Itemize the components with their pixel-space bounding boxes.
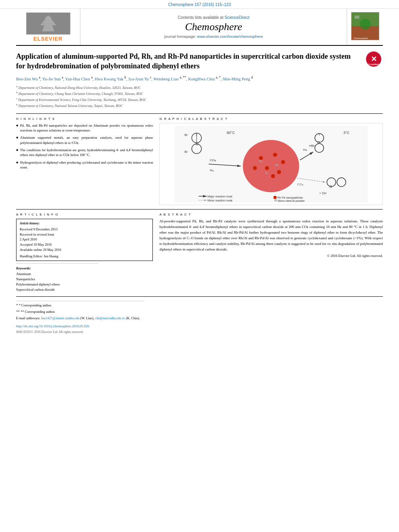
journal-ref-text: Chemosphere 157 (2016) 115–123 bbox=[168, 2, 231, 7]
affiliations-block: a Department of Chemistry, National Dong… bbox=[16, 84, 383, 109]
svg-text:CO₂: CO₂ bbox=[297, 183, 303, 186]
contents-available-text: Contents lists available at ScienceDirec… bbox=[178, 15, 249, 20]
elsevier-animal-image bbox=[26, 12, 70, 35]
svg-point-13 bbox=[259, 156, 263, 160]
svg-point-19 bbox=[271, 174, 275, 178]
svg-text:H₂: H₂ bbox=[303, 148, 307, 152]
svg-text:+ OH: + OH bbox=[319, 191, 327, 195]
corresponding-author-label-2: ** Corresponding author. bbox=[21, 310, 56, 314]
article-history-title: Article history: bbox=[20, 222, 149, 225]
svg-text:O: O bbox=[196, 142, 199, 146]
section-divider-2 bbox=[16, 209, 383, 210]
svg-text:H₂: H₂ bbox=[210, 168, 214, 172]
svg-text:Micro-steel Al powder: Micro-steel Al powder bbox=[278, 199, 305, 202]
handling-editor-label: Handling Editor: bbox=[20, 254, 43, 258]
affiliation-a: a Department of Chemistry, National Dong… bbox=[16, 84, 383, 90]
highlights-graphical-section: H I G H L I G H T S Pd, Rh, and Rh-Pd na… bbox=[16, 117, 383, 205]
journal-cover-thumbnail: Chemosphere bbox=[351, 12, 379, 40]
svg-text:Rh Pd nanoparticles: Rh Pd nanoparticles bbox=[278, 196, 303, 199]
keyword-1: Aluminum bbox=[16, 271, 153, 277]
svg-point-52 bbox=[274, 196, 277, 199]
doi-link[interactable]: http://dx.doi.org/10.1016/j.chemosphere.… bbox=[16, 324, 383, 329]
keywords-title: Keywords: bbox=[16, 266, 153, 270]
journal-banner: ELSEVIER Contents lists available at Sci… bbox=[16, 9, 383, 46]
handling-editor-block: Handling Editor: Jun Huang bbox=[20, 254, 149, 258]
svg-point-18 bbox=[253, 166, 257, 170]
email-chiu-name: (K. Chiu). bbox=[126, 316, 140, 320]
svg-text:80°C: 80°C bbox=[227, 131, 235, 135]
email-chiu[interactable]: ckh@mail.ndhu.edu.tw bbox=[95, 316, 125, 320]
svg-point-5 bbox=[360, 19, 370, 30]
svg-text:HBr: HBr bbox=[309, 144, 315, 148]
elsevier-wordmark: ELSEVIER bbox=[33, 36, 62, 42]
svg-point-12 bbox=[243, 140, 299, 192]
highlight-item-3: The conditions for hydrobromination are … bbox=[16, 148, 153, 158]
svg-text:Br: Br bbox=[185, 133, 188, 137]
highlight-item-4: Hydrogenolysis of diphenyl ether produci… bbox=[16, 160, 153, 170]
abstract-text: Al-powder-supported Pd, Rh, and Rh-Pd ca… bbox=[159, 219, 383, 253]
accepted-date: Accepted 10 May 2016 bbox=[20, 242, 149, 247]
svg-text:Chemosphere: Chemosphere bbox=[353, 37, 368, 39]
crossmark-badge: ✕ CrossMark bbox=[366, 51, 381, 67]
article-title-block: Application of aluminum-supported Pd, Rh… bbox=[16, 51, 383, 71]
svg-point-14 bbox=[273, 153, 277, 157]
svg-text:O: O bbox=[329, 185, 332, 189]
handling-editor-name: Jun Huang bbox=[44, 254, 59, 258]
received-date: Received 9 December 2015 bbox=[20, 227, 149, 232]
sciencedirect-link[interactable]: ScienceDirect bbox=[224, 15, 249, 20]
svg-text:Br: Br bbox=[185, 150, 188, 154]
footer-divider bbox=[16, 301, 144, 301]
highlights-list: Pd, Rh, and Rh-Pd nanoparticles are depo… bbox=[16, 123, 153, 170]
highlights-heading: H I G H L I G H T S bbox=[16, 117, 153, 121]
article-info-left: A R T I C L E I N F O Article history: R… bbox=[16, 213, 153, 292]
journal-info-center: Contents lists available at ScienceDirec… bbox=[80, 9, 347, 45]
highlights-column: H I G H L I G H T S Pd, Rh, and Rh-Pd na… bbox=[16, 117, 153, 205]
authors-line: Ben-Zen Wu a, Yu-Jie Sun a, Yan-Hua Chen… bbox=[16, 75, 383, 82]
abstract-column: A B S T R A C T Al-powder-supported Pd, … bbox=[159, 213, 383, 292]
email-line: E-mail addresses: liao1427@alumni.uidaho… bbox=[16, 316, 383, 321]
keywords-list: Aluminum Nanoparticles Polybrominated di… bbox=[16, 271, 153, 293]
copyright-notice: © 2016 Elsevier Ltd. All rights reserved… bbox=[159, 254, 383, 258]
svg-point-2 bbox=[45, 16, 51, 23]
svg-text:Major reaction route: Major reaction route bbox=[208, 195, 232, 198]
footer-section: * * Corresponding author. ** ** Correspo… bbox=[16, 296, 383, 335]
abstract-heading: A B S T R A C T bbox=[159, 213, 383, 216]
article-info-heading: A R T I C L E I N F O bbox=[16, 213, 153, 216]
article-body: Application of aluminum-supported Pd, Rh… bbox=[16, 46, 383, 335]
svg-text:CrossMark: CrossMark bbox=[368, 63, 380, 66]
journal-reference-bar: Chemosphere 157 (2016) 115–123 bbox=[0, 0, 399, 9]
affiliation-b: b Department of Chemistry, Chung Yuan Ch… bbox=[16, 90, 383, 97]
affiliation-c: c Department of Environmental Science, F… bbox=[16, 97, 383, 103]
email-liao[interactable]: liao1427@alumni.uidaho.edu bbox=[41, 316, 79, 320]
homepage-link[interactable]: www.elsevier.com/locate/chemosphere bbox=[197, 34, 263, 39]
single-star-note: * * Corresponding author. bbox=[16, 303, 383, 308]
crossmark-icon[interactable]: ✕ CrossMark bbox=[366, 51, 383, 68]
keyword-4: Supercritical carbon dioxide bbox=[16, 287, 153, 292]
journal-thumbnail-box: Chemosphere bbox=[347, 9, 383, 45]
keyword-2: Nanoparticles bbox=[16, 277, 153, 282]
svg-text:3°C: 3°C bbox=[343, 131, 350, 135]
svg-text:CO₂: CO₂ bbox=[210, 158, 216, 162]
elsevier-logo-box: ELSEVIER bbox=[16, 9, 80, 45]
reaction-diagram-svg: O Br Br CO₂ H₂ O bbox=[162, 126, 380, 202]
revised-date: Received in revised form2 April 2016 bbox=[20, 232, 149, 242]
svg-point-15 bbox=[281, 160, 285, 164]
svg-text:✕: ✕ bbox=[371, 55, 377, 63]
keywords-divider bbox=[16, 263, 98, 264]
highlight-item-1: Pd, Rh, and Rh-Pd nanoparticles are depo… bbox=[16, 123, 153, 133]
double-star-note: ** ** Corresponding author. bbox=[16, 309, 383, 315]
graphical-abstract-heading: G R A P H I C A L A B S T R A C T bbox=[159, 117, 383, 121]
corresponding-author-label: * Corresponding author. bbox=[19, 303, 52, 307]
homepage-line: journal homepage: www.elsevier.com/locat… bbox=[164, 34, 263, 39]
issn-line: 0045-6535/© 2016 Elsevier Ltd. All right… bbox=[16, 330, 383, 335]
email-label: E-mail addresses: bbox=[16, 316, 40, 320]
article-title-text: Application of aluminum-supported Pd, Rh… bbox=[16, 52, 351, 70]
email-liao-name: (W. Liao), bbox=[80, 316, 95, 320]
article-info-abstract-section: A R T I C L E I N F O Article history: R… bbox=[16, 213, 383, 292]
graphical-abstract-column: G R A P H I C A L A B S T R A C T bbox=[159, 117, 383, 205]
affiliation-d: d Department of Chemistry, National Taiw… bbox=[16, 103, 383, 109]
svg-rect-6 bbox=[354, 16, 359, 19]
article-history-box: Article history: Received 9 December 201… bbox=[16, 219, 153, 261]
available-date: Available online 20 May 2016 bbox=[20, 247, 149, 253]
journal-name-display: Chemosphere bbox=[185, 21, 242, 33]
